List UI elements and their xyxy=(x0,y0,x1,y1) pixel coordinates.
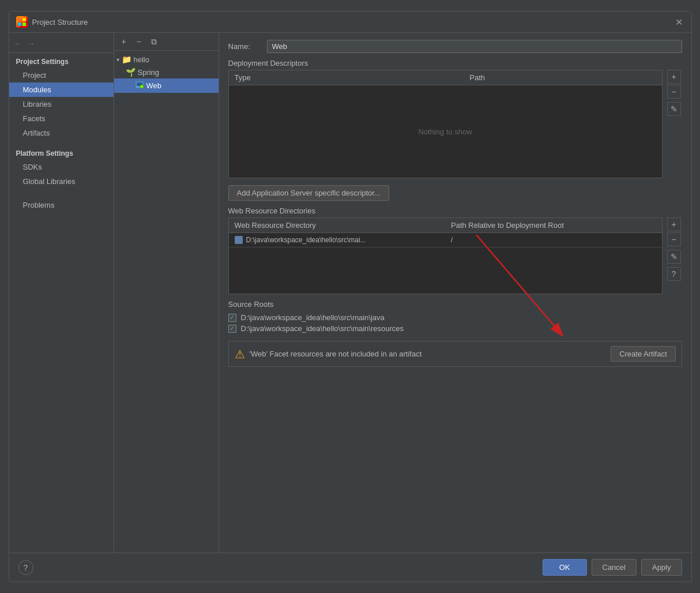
tree-item-hello[interactable]: ▾ 📁 hello xyxy=(114,53,219,66)
svg-rect-0 xyxy=(18,18,21,21)
dialog-title: Project Structure xyxy=(32,18,88,27)
web-resource-side-buttons: + − ✎ ? xyxy=(667,217,681,281)
deployment-descriptors-section: Deployment Descriptors Type Path Nothing… xyxy=(228,59,682,178)
web-resource-header: Web Resource Directory Path Relative to … xyxy=(229,218,662,233)
source-root-java-path: D:\java\workspace_idea\hello\src\main\ja… xyxy=(241,313,385,322)
svg-rect-2 xyxy=(18,22,21,26)
sidebar-item-problems[interactable]: Problems xyxy=(9,198,114,212)
deployment-add-button[interactable]: + xyxy=(667,70,681,84)
deployment-table: Type Path Nothing to show xyxy=(228,70,663,178)
source-root-item-resources: D:\java\workspace_idea\hello\src\main\re… xyxy=(228,324,682,333)
project-settings-label: Project Settings xyxy=(9,53,114,68)
svg-rect-1 xyxy=(22,18,26,21)
table-row[interactable]: D:\java\workspace_idea\hello\src\mai... … xyxy=(229,233,662,247)
name-input[interactable] xyxy=(267,40,682,53)
tree-item-web[interactable]: Web xyxy=(114,78,219,93)
web-resource-label: Web Resource Directories xyxy=(228,207,682,215)
project-structure-dialog: Project Structure ✕ ← → Project Settings… xyxy=(9,11,692,582)
deployment-edit-button[interactable]: ✎ xyxy=(667,102,681,116)
platform-settings-label: Platform Settings xyxy=(9,145,114,160)
deployment-table-wrapper: Type Path Nothing to show + − ✎ xyxy=(228,70,663,178)
warning-left: ⚠ 'Web' Facet resources are not included… xyxy=(235,347,422,361)
app-icon xyxy=(16,16,28,28)
web-module-icon xyxy=(135,80,144,91)
title-bar-left: Project Structure xyxy=(16,16,88,28)
sections-wrapper: Deployment Descriptors Type Path Nothing… xyxy=(228,59,682,546)
bottom-right-buttons: OK Cancel Apply xyxy=(543,559,682,576)
sidebar-item-artifacts[interactable]: Artifacts xyxy=(9,126,114,140)
spring-icon: 🌱 xyxy=(126,67,136,77)
tree-toolbar: + − ⧉ xyxy=(114,33,219,51)
apply-button[interactable]: Apply xyxy=(641,559,682,576)
content-panel: Name: Deployment Descriptors Type Path xyxy=(219,33,691,553)
nothing-to-show: Nothing to show xyxy=(418,127,472,136)
sidebar-item-sdks[interactable]: SDKs xyxy=(9,160,114,174)
svg-point-6 xyxy=(140,85,144,88)
deployment-table-body: Nothing to show xyxy=(229,85,662,178)
add-server-btn-wrapper: Add Application Server specific descript… xyxy=(228,184,682,201)
tree-content: ▾ 📁 hello 🌱 Spring xyxy=(114,51,219,553)
web-resource-table-wrapper: Web Resource Directory Path Relative to … xyxy=(228,217,663,294)
deployment-remove-button[interactable]: − xyxy=(667,85,681,99)
deployment-side-buttons: + − ✎ xyxy=(667,70,681,116)
web-edit-button[interactable]: ✎ xyxy=(667,250,681,264)
name-row: Name: xyxy=(228,40,682,53)
web-resource-section: Web Resource Directories Web Resource Di… xyxy=(228,207,682,294)
add-server-button[interactable]: Add Application Server specific descript… xyxy=(228,185,389,201)
deployment-path-col: Path xyxy=(464,70,661,85)
web-path-col: Path Relative to Deployment Root xyxy=(445,218,662,232)
sidebar-item-modules[interactable]: Modules xyxy=(9,82,114,97)
web-remove-button[interactable]: − xyxy=(667,232,681,246)
web-dir-col: Web Resource Directory xyxy=(229,218,446,232)
source-root-resources-path: D:\java\workspace_idea\hello\src\main\re… xyxy=(241,324,404,333)
title-bar: Project Structure ✕ xyxy=(9,12,691,33)
add-module-button[interactable]: + xyxy=(118,35,130,48)
warning-section: ⚠ 'Web' Facet resources are not included… xyxy=(228,339,682,367)
deployment-descriptors-label: Deployment Descriptors xyxy=(228,59,682,67)
tree-panel: + − ⧉ ▾ 📁 hello 🌱 Spring xyxy=(114,33,219,553)
name-label: Name: xyxy=(228,42,260,51)
svg-rect-3 xyxy=(22,22,26,26)
sidebar-item-global-libraries[interactable]: Global Libraries xyxy=(9,174,114,189)
web-resource-table: Web Resource Directory Path Relative to … xyxy=(228,217,663,294)
sidebar: ← → Project Settings Project Modules Lib… xyxy=(9,33,114,553)
sidebar-item-project[interactable]: Project xyxy=(9,68,114,82)
forward-arrow-icon[interactable]: → xyxy=(27,39,36,49)
back-arrow-icon[interactable]: ← xyxy=(14,39,23,49)
deployment-table-header: Type Path xyxy=(229,70,662,85)
warning-text: 'Web' Facet resources are not included i… xyxy=(250,350,422,358)
dialog-body: ← → Project Settings Project Modules Lib… xyxy=(9,33,691,553)
source-root-item-java: D:\java\workspace_idea\hello\src\main\ja… xyxy=(228,313,682,322)
source-root-java-checkbox[interactable] xyxy=(228,314,236,322)
tree-item-spring[interactable]: 🌱 Spring xyxy=(114,66,219,78)
copy-module-button[interactable]: ⧉ xyxy=(148,35,160,48)
web-dir-cell: D:\java\workspace_idea\hello\src\mai... xyxy=(229,233,446,247)
folder-icon: 📁 xyxy=(122,55,131,64)
ok-button[interactable]: OK xyxy=(543,559,587,576)
sidebar-item-libraries[interactable]: Libraries xyxy=(9,97,114,111)
source-roots-label: Source Roots xyxy=(228,300,682,309)
close-button[interactable]: ✕ xyxy=(674,17,684,27)
bottom-bar: ? OK Cancel Apply xyxy=(9,553,691,581)
cancel-button[interactable]: Cancel xyxy=(592,559,637,576)
web-dir-icon xyxy=(235,236,243,244)
web-help-button[interactable]: ? xyxy=(667,267,681,281)
tree-expand-arrow: ▾ xyxy=(116,57,119,63)
sidebar-item-facets[interactable]: Facets xyxy=(9,111,114,126)
web-resource-empty-area xyxy=(229,247,662,294)
help-button[interactable]: ? xyxy=(18,560,33,575)
deployment-type-col: Type xyxy=(229,70,464,85)
warning-bar: ⚠ 'Web' Facet resources are not included… xyxy=(228,341,682,367)
remove-module-button[interactable]: − xyxy=(133,35,145,48)
create-artifact-button[interactable]: Create Artifact xyxy=(611,346,675,362)
source-root-resources-checkbox[interactable] xyxy=(228,325,236,333)
web-path-cell: / xyxy=(445,233,662,247)
warning-icon: ⚠ xyxy=(235,347,245,361)
web-add-button[interactable]: + xyxy=(667,217,681,231)
source-roots-section: Source Roots D:\java\workspace_idea\hell… xyxy=(228,300,682,333)
